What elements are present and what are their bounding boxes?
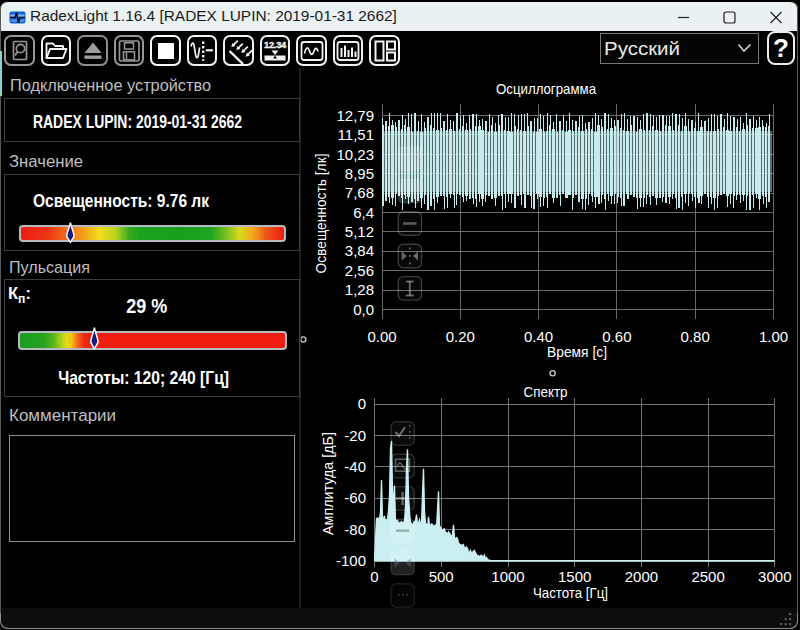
- svg-text:Время [с]: Время [с]: [547, 343, 607, 360]
- svg-text:3,84: 3,84: [345, 242, 374, 259]
- svg-text:0: 0: [370, 568, 378, 585]
- svg-text:-20: -20: [344, 427, 366, 444]
- svg-text:8,95: 8,95: [345, 165, 374, 182]
- svg-text:Амплитуда [дБ]: Амплитуда [дБ]: [319, 432, 336, 535]
- svg-text:5,12: 5,12: [345, 223, 374, 240]
- svg-text:0.80: 0.80: [681, 328, 710, 345]
- svg-text:11,51: 11,51: [338, 126, 374, 143]
- svg-text:-100: -100: [336, 552, 366, 569]
- svg-text:-40: -40: [344, 458, 366, 475]
- svg-text:6,4: 6,4: [353, 204, 374, 221]
- svg-text:Спектр: Спектр: [524, 383, 568, 400]
- svg-text:-80: -80: [344, 521, 366, 538]
- svg-text:-60: -60: [344, 489, 366, 506]
- svg-text:0: 0: [358, 395, 366, 412]
- svg-text:1500: 1500: [558, 568, 591, 585]
- svg-text:1,28: 1,28: [345, 281, 374, 298]
- svg-text:12.34: 12.34: [264, 39, 287, 49]
- svg-text:2,56: 2,56: [345, 262, 374, 279]
- svg-text:0.00: 0.00: [367, 328, 396, 345]
- svg-text:7,68: 7,68: [345, 184, 374, 201]
- svg-text:Частота [Гц]: Частота [Гц]: [533, 584, 608, 601]
- svg-text:1000: 1000: [491, 568, 524, 585]
- svg-text:Осциллограмма: Осциллограмма: [496, 80, 597, 97]
- svg-text:12,79: 12,79: [336, 107, 374, 124]
- svg-text:2500: 2500: [691, 568, 724, 585]
- svg-text:2000: 2000: [625, 568, 658, 585]
- svg-text:0.20: 0.20: [446, 328, 475, 345]
- svg-text:500: 500: [429, 568, 454, 585]
- svg-text:10,23: 10,23: [336, 146, 374, 163]
- svg-text:1.00: 1.00: [759, 328, 788, 345]
- svg-text:3000: 3000: [758, 568, 791, 585]
- svg-text:Освещенность [лк]: Освещенность [лк]: [312, 154, 329, 274]
- svg-text:0,0: 0,0: [353, 301, 374, 318]
